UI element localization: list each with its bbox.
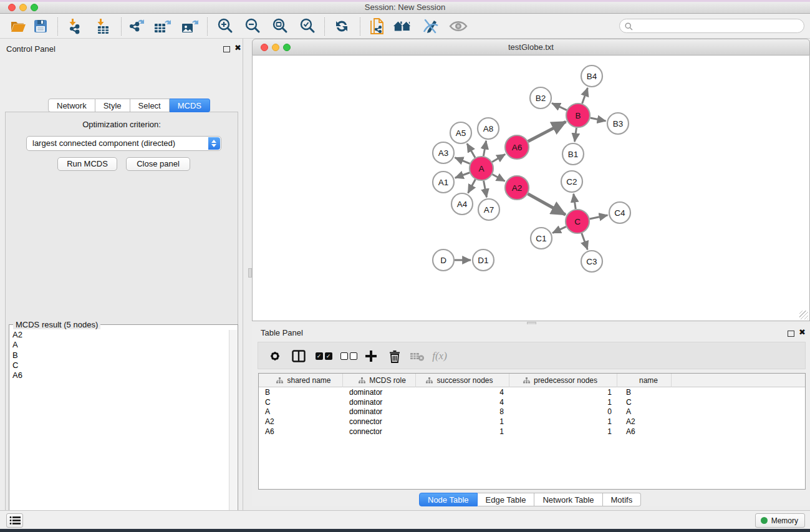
network-graph[interactable]: B4B2BB3A5A8A6A3B1AA1C2A2A4A7C4CC1DD1C3 bbox=[253, 56, 809, 320]
graph-edge-A-A8[interactable] bbox=[483, 141, 486, 157]
graph-node-C[interactable]: C bbox=[566, 210, 589, 233]
open-file-icon[interactable] bbox=[9, 17, 27, 35]
import-network-icon[interactable] bbox=[65, 17, 84, 35]
table-settings-gear-icon[interactable] bbox=[266, 347, 284, 365]
vertical-split-handle[interactable] bbox=[248, 268, 252, 278]
column-header-shared-name[interactable]: shared name bbox=[259, 374, 343, 387]
graph-node-A3[interactable]: A3 bbox=[433, 142, 454, 163]
close-panel-button[interactable]: Close panel bbox=[126, 157, 190, 171]
graph-node-B[interactable]: B bbox=[566, 104, 590, 127]
task-history-list-button[interactable] bbox=[6, 513, 23, 528]
clone-network-icon[interactable] bbox=[368, 17, 387, 35]
graph-node-A2[interactable]: A2 bbox=[505, 176, 529, 200]
column-header-successor-nodes[interactable]: successor nodes bbox=[416, 374, 509, 387]
graph-node-B4[interactable]: B4 bbox=[581, 65, 602, 87]
minimize-window-button[interactable] bbox=[272, 44, 279, 51]
graph-edge-A-A7[interactable] bbox=[484, 181, 487, 198]
graph-edge-A-A4[interactable] bbox=[468, 180, 476, 193]
graph-node-A8[interactable]: A8 bbox=[478, 118, 499, 139]
show-columns-icon[interactable] bbox=[289, 347, 308, 365]
zoom-window-button[interactable] bbox=[31, 4, 38, 11]
criterion-select[interactable]: largest connected component (directed) bbox=[26, 136, 221, 151]
tab-node-table[interactable]: Node Table bbox=[419, 493, 478, 506]
graph-edge-B-B4[interactable] bbox=[582, 88, 588, 104]
import-table-icon[interactable] bbox=[94, 17, 112, 35]
export-table-icon[interactable] bbox=[153, 17, 171, 35]
tab-motifs[interactable]: Motifs bbox=[603, 493, 642, 506]
graph-edge-A-A3[interactable] bbox=[455, 158, 470, 164]
home-icon[interactable] bbox=[393, 17, 412, 35]
export-network-icon[interactable] bbox=[127, 17, 145, 35]
graph-edge-B-B1[interactable] bbox=[575, 128, 577, 142]
function-builder-icon[interactable]: f(x) bbox=[430, 347, 449, 365]
graph-edge-C-C1[interactable] bbox=[552, 226, 566, 233]
hide-annotations-icon[interactable] bbox=[421, 17, 440, 35]
tab-mcds[interactable]: MCDS bbox=[170, 99, 210, 112]
export-image-icon[interactable] bbox=[180, 17, 199, 35]
graph-node-B3[interactable]: B3 bbox=[607, 113, 629, 134]
close-panel-icon[interactable]: ✖ bbox=[799, 328, 806, 337]
graph-edge-C-C2[interactable] bbox=[574, 194, 576, 209]
close-window-button[interactable] bbox=[8, 4, 16, 11]
search-input[interactable] bbox=[636, 20, 798, 32]
graph-node-A1[interactable]: A1 bbox=[433, 172, 454, 193]
graph-edge-C-C3[interactable] bbox=[582, 233, 587, 249]
zoom-window-button[interactable] bbox=[283, 44, 291, 51]
window-resize-grip[interactable] bbox=[799, 311, 808, 319]
graph-edge-A2-C[interactable] bbox=[528, 194, 565, 215]
tab-edge-table[interactable]: Edge Table bbox=[478, 493, 535, 506]
column-header-predecessor-nodes[interactable]: predecessor nodes bbox=[509, 374, 617, 387]
run-mcds-button[interactable]: Run MCDS bbox=[57, 157, 117, 171]
mcds-result-item[interactable]: B bbox=[10, 351, 229, 360]
delete-table-icon[interactable] bbox=[408, 347, 427, 365]
graph-node-A[interactable]: A bbox=[470, 157, 493, 180]
graph-node-C4[interactable]: C4 bbox=[609, 202, 630, 223]
graph-edge-A-A5[interactable] bbox=[467, 143, 475, 157]
zoom-out-icon[interactable] bbox=[243, 17, 262, 35]
graph-edge-A-A1[interactable] bbox=[455, 173, 470, 178]
table-row[interactable]: A2connector11A2 bbox=[259, 417, 805, 427]
graph-node-A4[interactable]: A4 bbox=[451, 193, 473, 215]
graph-node-D1[interactable]: D1 bbox=[473, 249, 494, 271]
graph-edge-A-A6[interactable] bbox=[492, 154, 505, 162]
refresh-layout-icon[interactable] bbox=[332, 17, 351, 35]
tab-style[interactable]: Style bbox=[95, 99, 130, 112]
close-window-button[interactable] bbox=[261, 44, 268, 51]
close-panel-icon[interactable]: ✖ bbox=[234, 44, 241, 52]
unselect-all-columns-icon[interactable] bbox=[339, 347, 358, 365]
tab-network-table[interactable]: Network Table bbox=[534, 493, 602, 506]
graph-node-C3[interactable]: C3 bbox=[581, 251, 602, 272]
graph-edge-A-A2[interactable] bbox=[493, 175, 505, 181]
zoom-in-icon[interactable] bbox=[216, 17, 234, 35]
graph-node-C1[interactable]: C1 bbox=[531, 228, 552, 249]
minimize-window-button[interactable] bbox=[19, 4, 27, 11]
graph-edge-C-C4[interactable] bbox=[590, 215, 608, 219]
table-row[interactable]: A6connector11A6 bbox=[259, 427, 805, 437]
mcds-result-scrollbar[interactable] bbox=[229, 330, 237, 532]
graph-node-C2[interactable]: C2 bbox=[561, 171, 582, 192]
graph-node-A5[interactable]: A5 bbox=[450, 122, 471, 143]
column-header-mcds-role[interactable]: MCDS role bbox=[343, 374, 416, 387]
zoom-selected-icon[interactable] bbox=[298, 17, 317, 35]
graph-node-A7[interactable]: A7 bbox=[478, 199, 499, 220]
table-row[interactable]: Cdominator41C bbox=[259, 398, 805, 408]
mcds-result-item[interactable]: C bbox=[10, 360, 229, 370]
mcds-result-item[interactable]: A2 bbox=[10, 330, 229, 340]
save-session-icon[interactable] bbox=[31, 17, 50, 35]
show-details-eye-icon[interactable] bbox=[449, 17, 468, 35]
zoom-fit-icon[interactable] bbox=[271, 17, 289, 35]
graph-node-A6[interactable]: A6 bbox=[505, 135, 529, 159]
graph-node-B2[interactable]: B2 bbox=[530, 87, 551, 109]
memory-button[interactable]: Memory bbox=[755, 513, 805, 528]
table-row[interactable]: Bdominator41B bbox=[259, 388, 805, 398]
graph-node-B1[interactable]: B1 bbox=[562, 143, 584, 165]
network-canvas[interactable]: B4B2BB3A5A8A6A3B1AA1C2A2A4A7C4CC1DD1C3 bbox=[252, 56, 810, 321]
mcds-result-item[interactable]: A bbox=[10, 340, 229, 350]
tab-network[interactable]: Network bbox=[48, 99, 95, 112]
select-all-columns-icon[interactable]: ✓✓ bbox=[314, 347, 333, 365]
mcds-result-item[interactable]: A6 bbox=[10, 370, 229, 380]
tab-select[interactable]: Select bbox=[130, 99, 170, 112]
float-panel-icon[interactable] bbox=[788, 331, 794, 337]
graph-node-D[interactable]: D bbox=[433, 249, 454, 271]
table-row[interactable]: Adominator80A bbox=[259, 407, 805, 417]
